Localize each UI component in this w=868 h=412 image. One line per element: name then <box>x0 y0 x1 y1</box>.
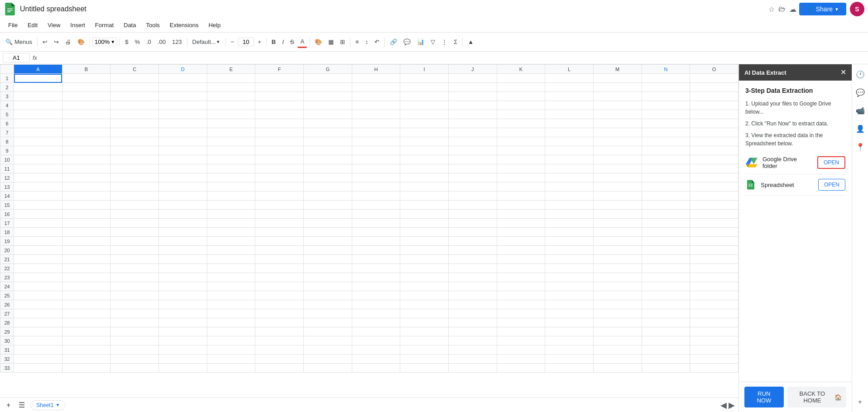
cell-G30[interactable] <box>303 336 352 345</box>
cell-F21[interactable] <box>255 255 304 264</box>
cell-O16[interactable] <box>690 210 739 219</box>
cell-G27[interactable] <box>303 309 352 318</box>
cell-L9[interactable] <box>545 146 594 155</box>
cell-A16[interactable] <box>14 210 62 219</box>
cell-A4[interactable] <box>14 101 62 110</box>
cell-O25[interactable] <box>690 291 739 300</box>
cell-N27[interactable] <box>642 309 690 318</box>
cell-J16[interactable] <box>448 210 497 219</box>
cell-B29[interactable] <box>62 327 110 336</box>
cell-D10[interactable] <box>158 155 207 164</box>
cell-K1[interactable] <box>497 74 545 83</box>
cell-C5[interactable] <box>110 110 159 119</box>
cell-A18[interactable] <box>14 228 62 237</box>
cell-L8[interactable] <box>545 137 594 146</box>
cell-L2[interactable] <box>545 83 594 92</box>
cell-D15[interactable] <box>158 201 207 210</box>
cell-K28[interactable] <box>497 318 545 327</box>
cell-K3[interactable] <box>497 92 545 101</box>
cell-B32[interactable] <box>62 355 110 364</box>
cell-N14[interactable] <box>642 192 690 201</box>
cell-L31[interactable] <box>545 345 594 355</box>
menu-file[interactable]: File <box>4 20 22 30</box>
cell-J11[interactable] <box>448 164 497 173</box>
cell-E4[interactable] <box>207 101 255 110</box>
cell-O20[interactable] <box>690 246 739 255</box>
cell-C7[interactable] <box>110 128 159 137</box>
cell-K12[interactable] <box>497 173 545 182</box>
cell-I16[interactable] <box>400 210 449 219</box>
cell-D23[interactable] <box>158 273 207 282</box>
cell-I10[interactable] <box>400 155 449 164</box>
col-header-J[interactable]: J <box>448 65 497 74</box>
cell-E3[interactable] <box>207 92 255 101</box>
cell-F8[interactable] <box>255 137 304 146</box>
cell-D13[interactable] <box>158 182 207 192</box>
cell-reference-input[interactable] <box>3 53 30 62</box>
cell-H28[interactable] <box>352 318 400 327</box>
cell-K31[interactable] <box>497 345 545 355</box>
cell-H5[interactable] <box>352 110 400 119</box>
cell-J28[interactable] <box>448 318 497 327</box>
cell-L33[interactable] <box>545 364 594 373</box>
cell-E20[interactable] <box>207 246 255 255</box>
cell-L19[interactable] <box>545 237 594 246</box>
cell-N21[interactable] <box>642 255 690 264</box>
sheet-grid[interactable]: A B C D E F G H I J K L M N O <box>0 64 739 398</box>
cell-H14[interactable] <box>352 192 400 201</box>
increase-font-btn[interactable]: + <box>255 37 264 47</box>
cell-N32[interactable] <box>642 355 690 364</box>
cell-B2[interactable] <box>62 83 110 92</box>
cell-L27[interactable] <box>545 309 594 318</box>
cell-B13[interactable] <box>62 182 110 192</box>
cell-N9[interactable] <box>642 146 690 155</box>
cell-I2[interactable] <box>400 83 449 92</box>
cell-C17[interactable] <box>110 219 159 228</box>
cell-B19[interactable] <box>62 237 110 246</box>
star-icon[interactable]: ☆ <box>768 5 775 14</box>
cell-I20[interactable] <box>400 246 449 255</box>
cell-A21[interactable] <box>14 255 62 264</box>
cell-N25[interactable] <box>642 291 690 300</box>
cell-M27[interactable] <box>593 309 642 318</box>
cell-F4[interactable] <box>255 101 304 110</box>
col-header-M[interactable]: M <box>593 65 642 74</box>
cell-L29[interactable] <box>545 327 594 336</box>
cell-G22[interactable] <box>303 264 352 273</box>
cell-E29[interactable] <box>207 327 255 336</box>
cell-G11[interactable] <box>303 164 352 173</box>
cell-H2[interactable] <box>352 83 400 92</box>
cell-I14[interactable] <box>400 192 449 201</box>
cell-H33[interactable] <box>352 364 400 373</box>
cell-N26[interactable] <box>642 300 690 309</box>
cell-K17[interactable] <box>497 219 545 228</box>
cell-D31[interactable] <box>158 345 207 355</box>
cell-G2[interactable] <box>303 83 352 92</box>
cell-E23[interactable] <box>207 273 255 282</box>
cell-L1[interactable] <box>545 74 594 83</box>
cell-K30[interactable] <box>497 336 545 345</box>
cell-C15[interactable] <box>110 201 159 210</box>
cell-G6[interactable] <box>303 119 352 128</box>
strikethrough-btn[interactable]: S <box>288 37 297 47</box>
cell-G25[interactable] <box>303 291 352 300</box>
cell-K15[interactable] <box>497 201 545 210</box>
cell-H9[interactable] <box>352 146 400 155</box>
cell-N24[interactable] <box>642 282 690 291</box>
cell-N10[interactable] <box>642 155 690 164</box>
cell-N6[interactable] <box>642 119 690 128</box>
cell-G28[interactable] <box>303 318 352 327</box>
cell-B18[interactable] <box>62 228 110 237</box>
cell-J17[interactable] <box>448 219 497 228</box>
cell-N2[interactable] <box>642 83 690 92</box>
cell-D7[interactable] <box>158 128 207 137</box>
cell-D25[interactable] <box>158 291 207 300</box>
cell-A30[interactable] <box>14 336 62 345</box>
cell-N33[interactable] <box>642 364 690 373</box>
cell-E33[interactable] <box>207 364 255 373</box>
paint-format-btn[interactable]: 🎨 <box>75 37 87 47</box>
cell-B27[interactable] <box>62 309 110 318</box>
cell-H16[interactable] <box>352 210 400 219</box>
cell-B17[interactable] <box>62 219 110 228</box>
cell-I33[interactable] <box>400 364 449 373</box>
